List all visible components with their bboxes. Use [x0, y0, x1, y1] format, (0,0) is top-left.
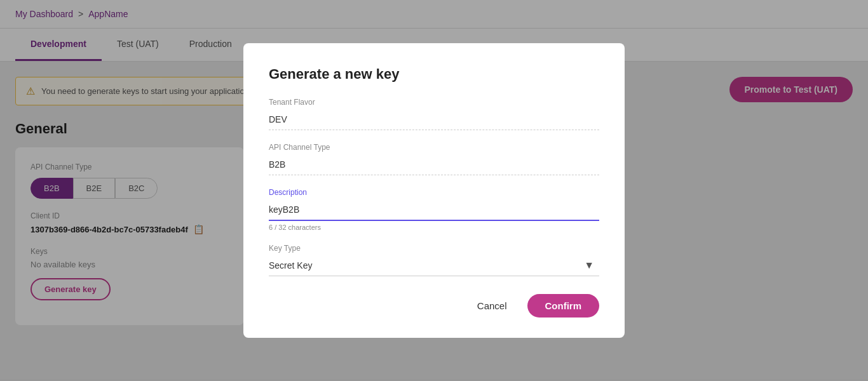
key-type-group: Key Type Secret Key Public Key ▼ — [269, 244, 599, 276]
key-type-select[interactable]: Secret Key Public Key — [269, 255, 599, 276]
description-label: Description — [269, 188, 599, 197]
api-channel-type-value: B2B — [269, 154, 599, 175]
tenant-flavor-group: Tenant Flavor DEV — [269, 98, 599, 130]
key-type-select-wrapper: Secret Key Public Key ▼ — [269, 255, 599, 276]
modal-overlay: Generate a new key Tenant Flavor DEV API… — [0, 0, 868, 381]
tenant-flavor-label: Tenant Flavor — [269, 98, 599, 107]
char-count: 6 / 32 characters — [269, 224, 599, 231]
description-input[interactable] — [269, 199, 599, 221]
key-type-label: Key Type — [269, 244, 599, 253]
api-channel-type-group: API Channel Type B2B — [269, 143, 599, 175]
api-channel-type-label: API Channel Type — [269, 143, 599, 152]
cancel-button[interactable]: Cancel — [467, 294, 517, 318]
modal-title: Generate a new key — [269, 66, 599, 83]
description-group: Description 6 / 32 characters — [269, 188, 599, 231]
confirm-button[interactable]: Confirm — [527, 294, 600, 318]
tenant-flavor-value: DEV — [269, 109, 599, 130]
modal-actions: Cancel Confirm — [269, 294, 599, 318]
modal: Generate a new key Tenant Flavor DEV API… — [243, 43, 625, 338]
